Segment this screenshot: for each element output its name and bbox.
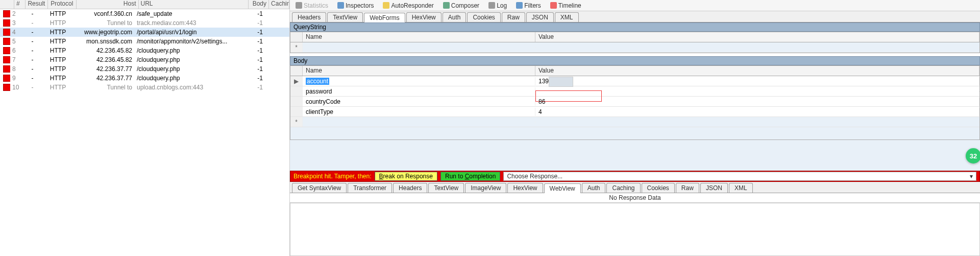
sessions-body[interactable]: 2-HTTPvconf.f.360.cn/safe_update-13-HTTP… bbox=[0, 9, 289, 92]
response-tab-webview[interactable]: WebView bbox=[544, 183, 581, 193]
response-tab-xml[interactable]: XML bbox=[729, 183, 753, 193]
request-tab-xml[interactable]: XML bbox=[555, 12, 579, 22]
request-tab-textview[interactable]: TextView bbox=[327, 12, 363, 22]
col-result[interactable]: Result bbox=[26, 0, 48, 9]
session-row[interactable]: 8-HTTP42.236.37.77/cloudquery.php-1 bbox=[0, 64, 289, 74]
session-icon bbox=[3, 65, 10, 73]
body-cell-value[interactable]: 86 bbox=[535, 98, 979, 106]
session-row[interactable]: 3-HTTPTunnel totrack.mediav.com:443-1 bbox=[0, 18, 289, 28]
composer-icon bbox=[443, 2, 450, 9]
session-row[interactable]: 7-HTTP42.236.45.82/cloudquery.php-1 bbox=[0, 55, 289, 64]
session-icon bbox=[3, 19, 10, 27]
response-tab-cookies[interactable]: Cookies bbox=[642, 183, 675, 193]
response-tab-hexview[interactable]: HexView bbox=[507, 183, 543, 193]
col-host[interactable]: Host bbox=[77, 0, 139, 9]
response-tab-json[interactable]: JSON bbox=[700, 183, 728, 193]
body-row[interactable]: password bbox=[290, 86, 979, 97]
session-row[interactable]: 4-HTTPwww.jegotrip.com/portal/api/usr/v1… bbox=[0, 28, 289, 37]
response-body[interactable] bbox=[290, 203, 980, 256]
response-tab-transformer[interactable]: Transformer bbox=[348, 183, 392, 193]
body-header: Body bbox=[290, 56, 980, 65]
body-row[interactable]: clientType4 bbox=[290, 107, 979, 117]
col-caching[interactable]: Caching bbox=[269, 0, 289, 9]
session-row[interactable]: 9-HTTP42.236.37.77/cloudquery.php-1 bbox=[0, 74, 289, 83]
body-cell-name[interactable]: clientType bbox=[303, 108, 535, 116]
body-row[interactable]: ▶account139 .35 bbox=[290, 76, 979, 86]
response-tab-raw[interactable]: Raw bbox=[676, 183, 699, 193]
col-num[interactable]: # bbox=[14, 0, 26, 9]
body-new-row[interactable]: * bbox=[290, 117, 979, 127]
timeline-icon bbox=[550, 2, 557, 9]
request-tabstrip: HeadersTextViewWebFormsHexViewAuthCookie… bbox=[290, 11, 980, 22]
inspector-pane: Statistics Inspectors AutoResponder Comp… bbox=[290, 0, 980, 256]
body-cell-name[interactable]: password bbox=[303, 87, 535, 96]
run-to-completion-button[interactable]: Run to Completion bbox=[440, 172, 500, 181]
notification-badge[interactable]: 32 bbox=[966, 148, 980, 164]
response-tab-headers[interactable]: Headers bbox=[393, 183, 427, 193]
autoresponder-button[interactable]: AutoResponder bbox=[379, 1, 437, 10]
timeline-button[interactable]: Timeline bbox=[547, 1, 585, 10]
response-tab-get-syntaxview[interactable]: Get SyntaxView bbox=[292, 183, 347, 193]
request-tab-cookies[interactable]: Cookies bbox=[467, 12, 500, 22]
breakpoint-bar: Breakpoint hit. Tamper, then: Break on R… bbox=[290, 171, 980, 182]
session-icon bbox=[3, 38, 10, 45]
session-row[interactable]: 2-HTTPvconf.f.360.cn/safe_update-1 bbox=[0, 9, 289, 18]
body-grid[interactable]: Name Value ▶account139 .35passwordcountr… bbox=[290, 65, 980, 140]
body-cell-value[interactable] bbox=[535, 91, 979, 92]
filters-icon bbox=[516, 2, 523, 9]
request-tab-webforms[interactable]: WebForms bbox=[364, 13, 405, 22]
qs-new-row[interactable]: * bbox=[290, 42, 979, 53]
session-row[interactable]: 5-HTTPmon.snssdk.com/monitor/appmonitor/… bbox=[0, 37, 289, 46]
log-button[interactable]: Log bbox=[485, 1, 510, 10]
session-row[interactable]: 6-HTTP42.236.45.82/cloudquery.php-1 bbox=[0, 46, 289, 55]
request-webforms: QueryString Name Value * Body Name bbox=[290, 22, 980, 140]
session-icon bbox=[3, 84, 10, 91]
response-area: No Response Data bbox=[290, 193, 980, 256]
redacted-value bbox=[549, 77, 573, 87]
statistics-icon bbox=[296, 2, 302, 9]
response-tabstrip: Get SyntaxViewTransformerHeadersTextView… bbox=[290, 182, 980, 193]
session-icon bbox=[3, 75, 10, 82]
col-body[interactable]: Body bbox=[249, 0, 269, 9]
sessions-pane: # Result Protocol Host URL Body Caching … bbox=[0, 0, 290, 256]
filters-button[interactable]: Filters bbox=[512, 1, 545, 10]
request-tab-raw[interactable]: Raw bbox=[502, 12, 525, 22]
qs-value-col[interactable]: Value bbox=[535, 32, 979, 42]
body-cell-name[interactable]: countryCode bbox=[303, 98, 535, 106]
sessions-header: # Result Protocol Host URL Body Caching bbox=[0, 0, 289, 9]
body-value-col[interactable]: Value bbox=[535, 66, 979, 76]
session-row[interactable]: 10-HTTPTunnel toupload.cnblogs.com:443-1 bbox=[0, 83, 289, 92]
querystring-header: QueryString bbox=[290, 22, 980, 32]
response-tab-textview[interactable]: TextView bbox=[428, 183, 464, 193]
body-cell-value[interactable]: 139 .35 bbox=[535, 77, 979, 85]
request-tab-auth[interactable]: Auth bbox=[443, 12, 467, 22]
request-tab-headers[interactable]: Headers bbox=[292, 12, 326, 22]
body-cell-value[interactable]: 4 bbox=[535, 108, 979, 116]
querystring-grid[interactable]: Name Value * bbox=[290, 32, 980, 53]
body-cell-name[interactable]: account bbox=[303, 77, 535, 85]
break-on-response-button[interactable]: Break on Response bbox=[375, 172, 437, 181]
col-url[interactable]: URL bbox=[139, 0, 249, 9]
col-protocol[interactable]: Protocol bbox=[48, 0, 77, 9]
response-tab-auth[interactable]: Auth bbox=[582, 183, 606, 193]
log-icon bbox=[488, 2, 495, 9]
session-icon bbox=[3, 10, 10, 17]
chevron-down-icon: ▾ bbox=[970, 173, 973, 180]
no-response-label: No Response Data bbox=[290, 193, 980, 203]
inspectors-icon bbox=[337, 2, 344, 9]
composer-button[interactable]: Composer bbox=[439, 1, 483, 10]
request-tab-hexview[interactable]: HexView bbox=[406, 12, 442, 22]
main-toolbar: Statistics Inspectors AutoResponder Comp… bbox=[290, 0, 980, 11]
body-name-col[interactable]: Name bbox=[303, 66, 535, 76]
qs-name-col[interactable]: Name bbox=[303, 32, 535, 42]
response-tab-imageview[interactable]: ImageView bbox=[465, 183, 506, 193]
session-icon bbox=[3, 29, 10, 36]
inspectors-button[interactable]: Inspectors bbox=[334, 1, 377, 10]
statistics-button[interactable]: Statistics bbox=[292, 1, 332, 10]
request-tab-json[interactable]: JSON bbox=[526, 12, 554, 22]
choose-response-select[interactable]: Choose Response... ▾ bbox=[503, 172, 976, 181]
splitter-area[interactable] bbox=[290, 140, 980, 171]
body-row[interactable]: countryCode86 bbox=[290, 97, 979, 107]
response-tab-caching[interactable]: Caching bbox=[606, 183, 640, 193]
session-icon bbox=[3, 47, 10, 54]
